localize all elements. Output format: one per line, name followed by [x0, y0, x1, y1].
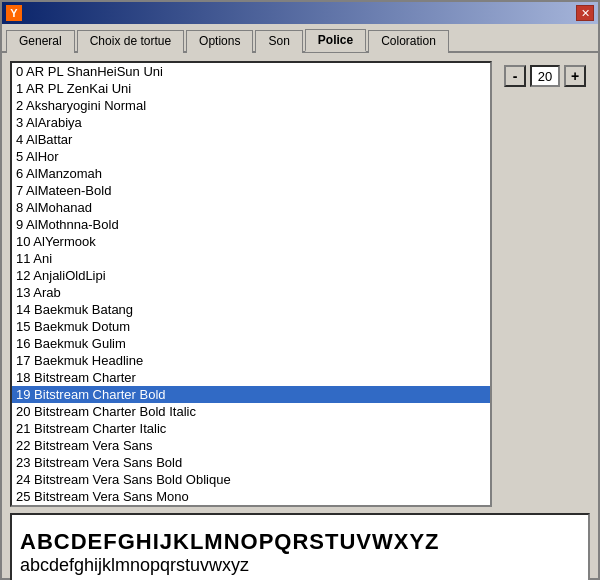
- font-list-item[interactable]: 3 AlArabiya: [12, 114, 490, 131]
- font-list-item[interactable]: 18 Bitstream Charter: [12, 369, 490, 386]
- font-list-item[interactable]: 6 AlManzomah: [12, 165, 490, 182]
- font-list-item[interactable]: 4 AlBattar: [12, 131, 490, 148]
- tab-coloration[interactable]: Coloration: [368, 30, 449, 53]
- font-list-item[interactable]: 25 Bitstream Vera Sans Mono: [12, 488, 490, 505]
- font-list-item[interactable]: 16 Baekmuk Gulim: [12, 335, 490, 352]
- font-list-item[interactable]: 5 AlHor: [12, 148, 490, 165]
- font-list-item[interactable]: 19 Bitstream Charter Bold: [12, 386, 490, 403]
- tab-options[interactable]: Options: [186, 30, 253, 53]
- font-list-item[interactable]: 14 Baekmuk Batang: [12, 301, 490, 318]
- font-list-item[interactable]: 7 AlMateen-Bold: [12, 182, 490, 199]
- tab-choix-de-tortue[interactable]: Choix de tortue: [77, 30, 184, 53]
- preview-area: ABCDEFGHIJKLMNOPQRSTUVWXYZ abcdefghijklm…: [10, 513, 590, 580]
- font-list-item[interactable]: 1 AR PL ZenKai Uni: [12, 80, 490, 97]
- font-list-item[interactable]: 9 AlMothnna-Bold: [12, 216, 490, 233]
- font-list-item[interactable]: 20 Bitstream Charter Bold Italic: [12, 403, 490, 420]
- font-list-item[interactable]: 13 Arab: [12, 284, 490, 301]
- tab-son[interactable]: Son: [255, 30, 302, 53]
- title-bar-left: Y: [6, 5, 26, 21]
- preview-lowercase: abcdefghijklmnopqrstuvwxyz: [20, 555, 580, 577]
- font-list-item[interactable]: 11 Ani: [12, 250, 490, 267]
- size-minus-button[interactable]: -: [504, 65, 526, 87]
- main-content: 0 AR PL ShanHeiSun Uni1 AR PL ZenKai Uni…: [2, 53, 598, 580]
- font-list-item[interactable]: 0 AR PL ShanHeiSun Uni: [12, 63, 490, 80]
- main-window: Y ✕ General Choix de tortue Options Son …: [0, 0, 600, 580]
- content-area: 0 AR PL ShanHeiSun Uni1 AR PL ZenKai Uni…: [10, 61, 590, 507]
- font-list-container: 0 AR PL ShanHeiSun Uni1 AR PL ZenKai Uni…: [10, 61, 492, 507]
- font-list-item[interactable]: 10 AlYermook: [12, 233, 490, 250]
- font-list-item[interactable]: 22 Bitstream Vera Sans: [12, 437, 490, 454]
- font-list-item[interactable]: 24 Bitstream Vera Sans Bold Oblique: [12, 471, 490, 488]
- title-bar: Y ✕: [2, 2, 598, 24]
- size-value: 20: [530, 65, 560, 87]
- right-panel: - 20 +: [500, 61, 590, 507]
- font-list-item[interactable]: 23 Bitstream Vera Sans Bold: [12, 454, 490, 471]
- font-list-item[interactable]: 17 Baekmuk Headline: [12, 352, 490, 369]
- font-list-item[interactable]: 8 AlMohanad: [12, 199, 490, 216]
- size-plus-button[interactable]: +: [564, 65, 586, 87]
- app-icon: Y: [6, 5, 22, 21]
- tab-general[interactable]: General: [6, 30, 75, 53]
- font-list[interactable]: 0 AR PL ShanHeiSun Uni1 AR PL ZenKai Uni…: [12, 63, 490, 505]
- font-list-item[interactable]: 15 Baekmuk Dotum: [12, 318, 490, 335]
- tabs-bar: General Choix de tortue Options Son Poli…: [2, 24, 598, 53]
- preview-uppercase: ABCDEFGHIJKLMNOPQRSTUVWXYZ: [20, 529, 580, 555]
- font-list-item[interactable]: 12 AnjaliOldLipi: [12, 267, 490, 284]
- size-control: - 20 +: [504, 65, 586, 87]
- font-list-item[interactable]: 2 Aksharyogini Normal: [12, 97, 490, 114]
- font-list-item[interactable]: 21 Bitstream Charter Italic: [12, 420, 490, 437]
- close-button[interactable]: ✕: [576, 5, 594, 21]
- tab-police[interactable]: Police: [305, 29, 366, 52]
